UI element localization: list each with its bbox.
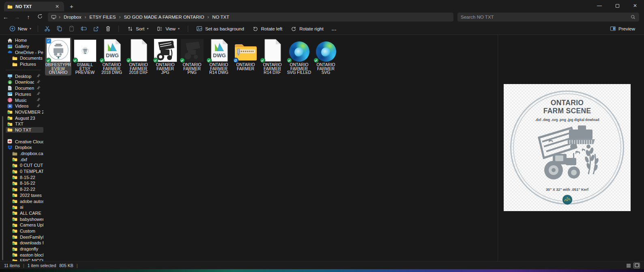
preview-pane-icon [610, 26, 616, 32]
file-ontario-farmer-r14-dwg[interactable]: DWG ONTARIO FARMER R14 DWG [206, 37, 232, 76]
sidebar-item-label: dragonfly [20, 246, 43, 251]
sidebar-item-camera-upload[interactable]: Camera Upload [6, 222, 43, 228]
tab-close-icon[interactable]: ✕ [54, 4, 61, 9]
explorer-body: HomeGalleryOneDrive - PersoDocumentsPict… [0, 35, 644, 261]
sidebar-item-ai[interactable]: ai [6, 204, 43, 210]
new-button-label: New [18, 26, 27, 31]
selection-checkbox[interactable]: ✓ [46, 39, 51, 43]
explorer-tab[interactable]: NO TXT ✕ [4, 2, 64, 11]
file-ontario-farmer-2018-dwg[interactable]: DWG ONTARIO FARMER 2018 DWG [99, 37, 125, 76]
folder-cache-icon [12, 151, 17, 156]
sidebar-item-dropbox-cache[interactable]: .dropbox.cache [6, 151, 43, 157]
sidebar-item-downloads[interactable]: Downloads [6, 79, 43, 85]
new-button[interactable]: New ▾ [6, 24, 34, 34]
sidebar-item-pictures[interactable]: Pictures [6, 91, 43, 97]
sidebar-item-videos[interactable]: Videos [6, 103, 43, 109]
file-0small-etsy-preview-ontario[interactable]: 0SMALL ETSY PREVIEW ONTARIO [72, 37, 98, 76]
sidebar-item-november-23[interactable]: NOVEMBER 23 [6, 109, 43, 115]
up-button[interactable]: ↑ [23, 14, 34, 20]
pin-icon [36, 104, 42, 109]
sidebar-item-gallery[interactable]: Gallery [6, 43, 43, 50]
sidebar-item-downloads-fror[interactable]: downloads fror [6, 240, 43, 246]
file-ontario-farmer-r14-dxf[interactable]: ONTARIO FARMER R14 DXF [259, 37, 286, 76]
search-input[interactable] [461, 15, 631, 19]
thumbnail-view-toggle[interactable] [633, 263, 640, 268]
sidebar-item-label: OneDrive - Perso [15, 50, 43, 55]
maximize-button[interactable] [608, 0, 626, 11]
sidebar-item-august-23[interactable]: August 23 [6, 115, 43, 121]
this-pc-icon[interactable] [51, 15, 56, 20]
back-button[interactable]: ← [0, 14, 11, 20]
file-ontario-farmer-png[interactable]: ONTARIO FARMER PNG [179, 37, 205, 76]
breadcrumb-segment-so-god-made-a-farmer-ontario[interactable]: SO GOD MADE A FARMER ONTARIO [121, 14, 206, 20]
file-ontario-farmer-2018-dxf[interactable]: ONTARIO FARMER 2018 DXF [125, 37, 152, 76]
breadcrumb-segment-etsy-files[interactable]: ETSY FILES [87, 14, 118, 20]
view-button[interactable]: View ▾ [153, 24, 183, 34]
search-icon[interactable] [631, 15, 636, 20]
close-button[interactable]: ✕ [626, 0, 644, 11]
cut-button[interactable] [44, 26, 50, 32]
sidebar-item-txt[interactable]: TXT [6, 121, 43, 127]
sidebar-item-no-txt[interactable]: NO TXT [6, 127, 43, 133]
sidebar-item-adobe-autosave[interactable]: adobe autosave [6, 198, 43, 204]
minimize-button[interactable]: — [590, 0, 608, 11]
file-ontario-farmer-svg-filled[interactable]: ONTARIO FARMER SVG FILLED [286, 37, 312, 76]
delete-button[interactable] [105, 26, 111, 32]
share-button[interactable] [92, 26, 99, 32]
sidebar-item-documents[interactable]: Documents [6, 85, 43, 91]
file-ontario-farmer[interactable]: ONTARIO FARMER [232, 37, 259, 76]
sidebar-item-easton-block[interactable]: easton block [6, 252, 43, 258]
sort-button[interactable]: Sort ▾ [124, 24, 152, 34]
more-options-button[interactable]: ... [328, 25, 340, 33]
sidebar-item-deerfamilymou[interactable]: DeerFamilyMou [6, 234, 43, 240]
sidebar-item-label: downloads fror [20, 240, 43, 245]
details-view-toggle[interactable] [625, 263, 632, 268]
sidebar-item-8-15-22[interactable]: 8-15-22 [6, 174, 43, 180]
sidebar-item-desktop[interactable]: Desktop [6, 73, 43, 79]
copy-button[interactable] [56, 26, 62, 32]
folder-check-icon [12, 222, 17, 228]
sidebar-item-dropbox[interactable]: Dropbox [6, 145, 43, 151]
sidebar-item-8-22-22[interactable]: 8-22-22 [6, 186, 43, 192]
sidebar-item-music[interactable]: Music [6, 97, 43, 103]
file-0bifestypreview-ontario[interactable]: ✓ 0BIFESTYPREVIEW ONTARIO [45, 37, 71, 76]
sidebar-item-0-cut-cut-cut[interactable]: 0 CUT CUT CUT [6, 162, 43, 168]
sidebar-item-all-care[interactable]: ALL CARE [6, 210, 43, 216]
set-as-background-button[interactable]: Set as background [193, 24, 247, 34]
file-ontario-farmer-svg[interactable]: ONTARIO FARMER SVG [313, 37, 339, 76]
sidebar-item-custom[interactable]: Custom [6, 228, 43, 234]
sidebar-item-eric-nicole-n[interactable]: ERIC NICOLE N [6, 258, 43, 261]
refresh-button[interactable] [34, 14, 45, 20]
sidebar-item-dragonfly[interactable]: dragonfly [6, 246, 43, 252]
sidebar-item-label: Camera Upload [20, 222, 43, 227]
sidebar-item-dxf[interactable]: .dxf [6, 156, 43, 162]
breadcrumb-chevron-icon[interactable]: › [118, 14, 121, 20]
sidebar-item-0-templates[interactable]: 0 TEMPLATES [6, 168, 43, 175]
sidebar-item-pictures[interactable]: Pictures [6, 61, 43, 67]
file-name-label: ONTARIO FARMER JPG [152, 63, 178, 75]
breadcrumb-chevron-icon[interactable]: › [84, 14, 87, 20]
breadcrumb-segment-dropbox[interactable]: Dropbox [61, 14, 84, 20]
rename-button[interactable] [80, 26, 87, 32]
new-tab-button[interactable]: + [70, 3, 73, 10]
home-icon [7, 38, 13, 43]
rotate-right-button[interactable]: Rotate right [287, 24, 326, 34]
breadcrumb-chevron-icon[interactable]: › [206, 14, 210, 20]
forward-button[interactable]: → [11, 14, 23, 20]
preview-toggle-button[interactable]: Preview [606, 24, 638, 34]
sidebar-item-2022-taxes[interactable]: 2022 taxes [6, 192, 43, 199]
sidebar-item-creative-cloud-fi[interactable]: Creative Cloud Fi [6, 138, 43, 145]
breadcrumb-chevron-icon[interactable]: › [58, 14, 61, 20]
sidebar-item-babyshower[interactable]: babyshower [6, 216, 43, 222]
rotate-left-button[interactable]: Rotate left [249, 24, 286, 34]
breadcrumb-segment-no-txt[interactable]: NO TXT [210, 14, 232, 20]
file-ontario-farmer-jpg[interactable]: ONTARIO FARMER JPG [152, 37, 178, 76]
sidebar-item-8-16-22[interactable]: 8-16-22 [6, 180, 43, 186]
synced-badge-icon [126, 58, 131, 63]
sidebar-item-home[interactable]: Home [6, 37, 43, 43]
documents-icon [7, 86, 13, 91]
sidebar-item-onedrive-perso[interactable]: OneDrive - Perso [6, 49, 43, 55]
sidebar-scrollbar[interactable] [2, 116, 3, 260]
file-name-label: ONTARIO FARMER R14 DXF [260, 63, 285, 75]
sidebar-item-documents[interactable]: Documents [6, 55, 43, 61]
